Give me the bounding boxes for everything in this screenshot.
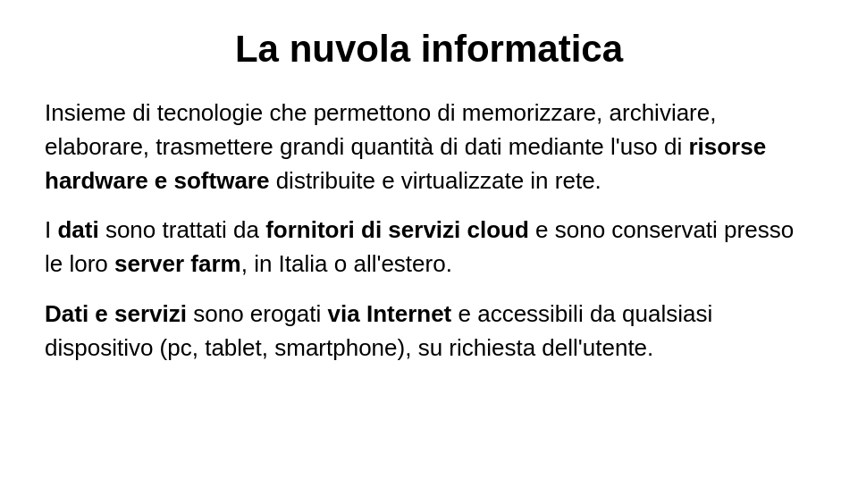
paragraph-2-text-4: , in Italia o all'estero. (241, 250, 452, 277)
page-container: La nuvola informatica Insieme di tecnolo… (0, 0, 858, 504)
paragraph-2-bold-2: fornitori di servizi cloud (265, 216, 529, 243)
paragraph-3-bold-2: via Internet (328, 300, 452, 327)
paragraph-2-bold-3: server farm (114, 250, 241, 277)
paragraph-1-text-1: Insieme di tecnologie che permettono di … (45, 99, 716, 160)
paragraph-1: Insieme di tecnologie che permettono di … (45, 97, 813, 197)
paragraph-3-bold-1: Dati e servizi (45, 300, 187, 327)
paragraph-3: Dati e servizi sono erogati via Internet… (45, 298, 813, 365)
paragraph-2: I dati sono trattati da fornitori di ser… (45, 214, 813, 281)
paragraph-1-text-2: distribuite e virtualizzate in rete. (269, 167, 601, 194)
paragraph-2-text-1: I (45, 216, 57, 243)
paragraph-3-text-1: sono erogati (187, 300, 328, 327)
paragraph-2-bold-1: dati (57, 216, 98, 243)
paragraph-2-text-2: sono trattati da (99, 216, 265, 243)
page-title: La nuvola informatica (45, 27, 813, 71)
body-text: Insieme di tecnologie che permettono di … (45, 97, 813, 365)
